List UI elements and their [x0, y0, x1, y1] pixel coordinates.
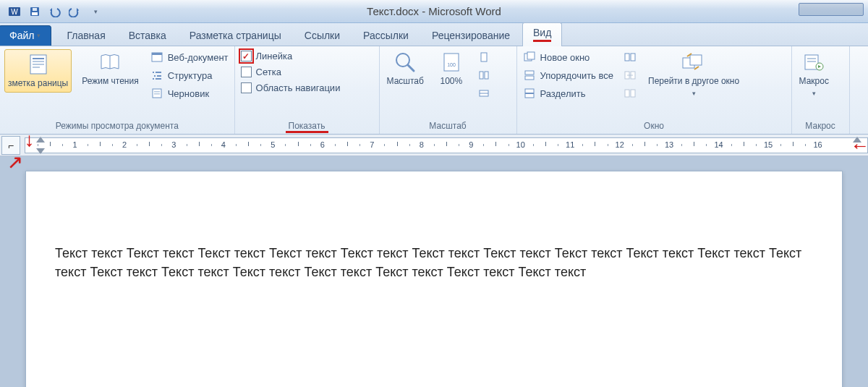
two-pages-icon: [477, 69, 490, 82]
zoom-button[interactable]: Масштаб: [384, 49, 427, 88]
zoom-100-label: 100%: [441, 77, 463, 87]
gridlines-toggle[interactable]: Сетка: [239, 65, 342, 79]
reading-icon: [97, 51, 123, 74]
tab-layout[interactable]: Разметка страницы: [179, 25, 292, 46]
nav-pane-toggle[interactable]: Область навигации: [239, 81, 342, 95]
svg-rect-42: [631, 90, 635, 97]
sync-scroll-button[interactable]: [622, 67, 638, 83]
svg-rect-41: [625, 90, 629, 97]
document-area: Текст текст Текст текст Текст текст Текс…: [0, 156, 868, 387]
zoom-icon: [392, 51, 418, 74]
svg-rect-44: [690, 55, 702, 65]
svg-rect-6: [33, 58, 44, 59]
tab-review[interactable]: Рецензирование: [421, 25, 521, 46]
ruler-label: Линейка: [256, 51, 293, 61]
body-text[interactable]: Текст текст Текст текст Текст текст Текс…: [55, 244, 813, 281]
svg-rect-17: [153, 78, 154, 80]
title-bar: W ▾ Текст.docx - Microsoft Word: [0, 0, 868, 23]
window-title: Текст.docx - Microsoft Word: [0, 5, 868, 17]
svg-rect-7: [33, 61, 44, 62]
qat-dropdown-icon[interactable]: ▾: [88, 4, 103, 19]
tab-mailings[interactable]: Рассылки: [352, 25, 420, 46]
ruler-checkbox[interactable]: [241, 51, 252, 61]
two-pages-button[interactable]: [476, 67, 492, 83]
gridlines-checkbox[interactable]: [241, 67, 252, 77]
window-group-label: Окно: [522, 119, 787, 134]
one-page-icon: [477, 51, 490, 64]
group-document-views: зметка раницы Режим чтения Веб-документ: [0, 46, 235, 134]
draft-button[interactable]: Черновик: [149, 85, 230, 101]
page-width-button[interactable]: [476, 85, 492, 101]
tab-home[interactable]: Главная: [56, 25, 116, 46]
page-width-icon: [477, 87, 490, 100]
ribbon: зметка раницы Режим чтения Веб-документ: [0, 46, 868, 135]
svg-text:W: W: [11, 8, 18, 16]
reset-pos-button[interactable]: [622, 85, 638, 101]
split-button[interactable]: Разделить: [522, 85, 615, 101]
redo-icon[interactable]: [68, 4, 82, 19]
macros-button[interactable]: Макрос ▾: [796, 49, 832, 98]
macros-group-label: Макрос: [796, 119, 845, 134]
annotation-arrow-right: ←: [851, 136, 868, 155]
group-show: Линейка Сетка Область навигации Показать: [235, 46, 380, 134]
quick-access-toolbar: W ▾: [0, 4, 103, 19]
zoom-label: Масштаб: [387, 77, 424, 87]
ruler-bar: ⌐ 12345678910111213141516 ↓ ↗ ←: [0, 135, 868, 156]
group-macros: Макрос ▾ Макрос: [792, 46, 850, 134]
ruler-number: 4: [221, 140, 226, 149]
macros-label: Макрос: [799, 77, 829, 87]
reading-view-button[interactable]: Режим чтения: [79, 49, 141, 88]
chevron-down-icon: ▾: [692, 90, 696, 97]
switch-windows-button[interactable]: Перейти в другое окно ▾: [645, 49, 742, 98]
tab-references[interactable]: Ссылки: [294, 25, 351, 46]
ruler-number: 14: [714, 140, 723, 149]
nav-checkbox[interactable]: [241, 82, 252, 93]
arrange-all-icon: [523, 69, 536, 82]
views-group-label: Режимы просмотра документа: [4, 119, 230, 134]
ruler-number: 10: [516, 140, 525, 149]
ruler-number: 7: [370, 140, 374, 149]
ruler-number: 1: [72, 140, 77, 149]
svg-text:100: 100: [447, 62, 456, 67]
new-window-label: Новое окно: [540, 52, 590, 63]
svg-rect-46: [807, 58, 816, 59]
ruler-number: 6: [320, 140, 325, 149]
minimize-button[interactable]: [799, 3, 864, 16]
one-page-button[interactable]: [476, 49, 492, 65]
hanging-indent-marker[interactable]: [36, 148, 45, 154]
save-icon[interactable]: [27, 4, 42, 19]
view-side-button[interactable]: [622, 49, 638, 65]
tab-insert[interactable]: Вставка: [118, 25, 177, 46]
ruler-number: 15: [764, 140, 773, 149]
draft-icon: [150, 87, 163, 100]
svg-rect-12: [152, 53, 162, 55]
first-line-indent-marker[interactable]: [36, 137, 45, 143]
svg-rect-32: [527, 52, 535, 59]
page-layout-icon: [25, 53, 51, 76]
ruler-toggle[interactable]: Линейка: [239, 49, 342, 63]
tab-view[interactable]: Вид: [522, 22, 562, 46]
page-layout-label: зметка раницы: [8, 79, 68, 89]
new-window-button[interactable]: Новое окно: [522, 49, 615, 65]
nav-label: Область навигации: [256, 82, 341, 93]
svg-rect-15: [154, 75, 156, 77]
arrange-all-button[interactable]: Упорядочить все: [522, 67, 615, 83]
zoom-100-button[interactable]: 100 100%: [434, 49, 469, 88]
horizontal-ruler[interactable]: 12345678910111213141516: [25, 137, 868, 153]
file-tab[interactable]: Файл ▾: [0, 25, 51, 46]
switch-windows-label: Перейти в другое окно: [648, 77, 739, 87]
annotation-arrow-bottom-left: ↗: [7, 153, 23, 171]
reading-label: Режим чтения: [82, 77, 138, 87]
page-layout-view-button[interactable]: зметка раницы: [4, 49, 72, 93]
arrange-all-label: Упорядочить все: [540, 70, 613, 81]
split-icon: [523, 87, 536, 100]
group-window: Новое окно Упорядочить все Разделить: [517, 46, 792, 134]
sync-scroll-icon: [624, 69, 637, 82]
svg-rect-21: [154, 93, 160, 95]
ruler-number: 16: [813, 140, 822, 149]
ruler-number: 3: [171, 140, 176, 149]
undo-icon[interactable]: [48, 4, 62, 19]
web-layout-button[interactable]: Веб-документ: [149, 49, 230, 65]
document-page[interactable]: Текст текст Текст текст Текст текст Текс…: [25, 171, 843, 387]
outline-button[interactable]: Структура: [149, 67, 230, 83]
